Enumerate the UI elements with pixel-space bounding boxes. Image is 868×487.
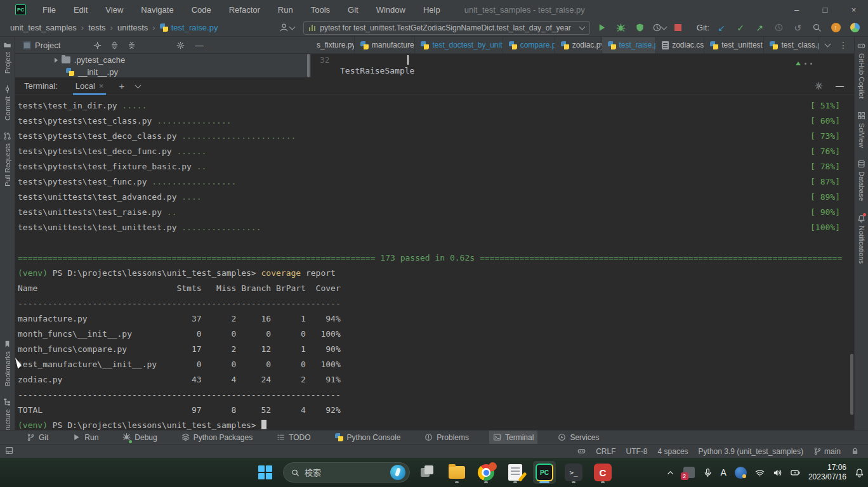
stripe-sciview[interactable]: SciView — [857, 112, 865, 148]
toolwindow-terminal[interactable]: Terminal — [489, 431, 537, 445]
tray-app-badge-icon[interactable]: 2 — [683, 467, 695, 478]
update-notification-button[interactable]: ↑ — [829, 21, 843, 35]
start-button[interactable] — [254, 461, 277, 484]
git-commit-button[interactable]: ✓ — [733, 21, 747, 35]
interpreter-indicator[interactable]: Python 3.9 (unit_test_samples) — [699, 447, 803, 456]
project-scrollbar[interactable] — [307, 54, 310, 77]
breadcrumb-current-file[interactable]: test_raise.py — [160, 23, 218, 32]
volume-icon[interactable] — [773, 468, 782, 477]
toolwindow-services[interactable]: Services — [554, 431, 603, 445]
tab-test-raise[interactable]: test_raise.py× — [602, 37, 657, 53]
menu-file[interactable]: File — [35, 3, 63, 16]
menu-run[interactable]: Run — [270, 3, 301, 16]
menu-navigate[interactable]: Navigate — [133, 3, 181, 16]
hide-panel-icon[interactable]: — — [836, 81, 844, 91]
chevron-down-icon[interactable] — [135, 82, 141, 88]
red-c-app-button[interactable]: C — [591, 461, 614, 484]
ime-mode-indicator[interactable]: A — [721, 467, 727, 477]
collapse-all-icon[interactable] — [128, 41, 136, 49]
git-update-button[interactable]: ↙ — [714, 21, 728, 35]
tab-fixture[interactable]: s_fixture.py× — [311, 37, 355, 53]
toolwindow-python-packages[interactable]: Python Packages — [178, 431, 256, 445]
tab-options-icon[interactable]: ⋮ — [839, 40, 848, 50]
stop-button[interactable] — [671, 21, 685, 35]
minimize-window-button[interactable]: – — [782, 0, 811, 19]
taskbar-clock[interactable]: 17:062023/07/16 — [808, 463, 846, 482]
close-icon[interactable]: × — [99, 81, 104, 91]
tree-item-pytest-cache[interactable]: .pytest_cache — [55, 55, 125, 65]
chevron-right-icon[interactable] — [55, 58, 58, 63]
notepad-button[interactable] — [504, 461, 527, 484]
stripe-notifications[interactable]: Notifications — [857, 214, 865, 264]
terminal-output[interactable]: tests\test_in_dir.py .....[ 51%] tests\p… — [15, 95, 854, 433]
stripe-bookmarks[interactable]: Bookmarks — [3, 340, 11, 386]
stripe-project[interactable]: Project — [3, 41, 11, 74]
menu-view[interactable]: View — [98, 3, 131, 16]
menu-help[interactable]: Help — [416, 3, 448, 16]
debug-button[interactable] — [614, 21, 628, 35]
terminal-app-button[interactable]: >_ — [562, 461, 585, 484]
chrome-button[interactable] — [475, 461, 497, 484]
tab-test-doctest[interactable]: test_doctest_by_unittest.py× — [415, 37, 503, 53]
tab-test-class[interactable]: test_class.py× — [764, 37, 819, 53]
menu-tools[interactable]: Tools — [303, 3, 338, 16]
breadcrumb-project[interactable]: unit_test_samples — [10, 23, 77, 32]
git-push-button[interactable]: ↗ — [753, 21, 766, 35]
encoding-indicator[interactable]: UTF-8 — [626, 447, 648, 456]
line-ending-indicator[interactable]: CRLF — [596, 447, 615, 456]
expand-all-icon[interactable] — [110, 41, 119, 49]
toolwindow-todo[interactable]: TODO — [273, 431, 314, 445]
profiler-button[interactable] — [652, 21, 666, 35]
toolwindow-git[interactable]: Git — [23, 431, 52, 445]
maximize-window-button[interactable]: □ — [811, 0, 839, 19]
search-input[interactable] — [305, 468, 381, 477]
locate-file-icon[interactable] — [93, 41, 102, 49]
plugin-button[interactable] — [848, 21, 862, 35]
layout-icon[interactable] — [0, 446, 13, 457]
toolwindow-python-console[interactable]: Python Console — [331, 431, 405, 445]
tab-zodiac-py[interactable]: zodiac.py× — [555, 37, 602, 53]
inspections-widget[interactable] — [796, 62, 812, 65]
gear-icon[interactable] — [815, 82, 823, 90]
microphone-icon[interactable] — [703, 468, 713, 477]
gear-icon[interactable] — [176, 41, 185, 49]
tray-app-icon[interactable] — [735, 467, 747, 479]
tab-manufacture[interactable]: manufacture.py× — [355, 37, 416, 53]
file-explorer-button[interactable] — [445, 461, 468, 484]
menu-refactor[interactable]: Refactor — [221, 3, 268, 16]
task-view-button[interactable] — [416, 461, 439, 484]
menu-git[interactable]: Git — [340, 3, 366, 16]
stripe-database[interactable]: Database — [857, 160, 865, 201]
git-branch-indicator[interactable]: main — [813, 447, 841, 456]
run-with-coverage-button[interactable] — [633, 21, 647, 35]
tab-zodiac-csv[interactable]: zodiac.csv× — [656, 37, 704, 53]
menu-code[interactable]: Code — [184, 3, 219, 16]
search-everywhere-button[interactable] — [810, 21, 824, 35]
menu-edit[interactable]: Edit — [66, 3, 95, 16]
pycharm-logo-icon[interactable]: PC — [15, 4, 26, 15]
git-history-button[interactable] — [772, 21, 786, 35]
project-panel-title[interactable]: Project — [35, 41, 60, 50]
hidden-tabs-chevron-icon[interactable] — [825, 41, 831, 48]
wifi-icon[interactable] — [755, 468, 765, 477]
indent-indicator[interactable]: 4 spaces — [658, 447, 688, 456]
new-terminal-icon[interactable]: + — [119, 81, 124, 91]
stripe-github-copilot[interactable]: GitHub Copilot — [857, 42, 865, 99]
battery-icon[interactable] — [791, 468, 800, 477]
user-dropdown[interactable] — [279, 23, 294, 32]
hide-panel-icon[interactable]: — — [195, 41, 203, 50]
run-button[interactable] — [595, 21, 609, 35]
notification-bell-icon[interactable] — [855, 468, 864, 477]
toolwindow-problems[interactable]: Problems — [421, 431, 473, 445]
stripe-commit[interactable]: Commit — [3, 85, 11, 120]
toolwindow-debug[interactable]: Debug — [119, 431, 161, 445]
taskbar-search[interactable] — [283, 462, 410, 483]
close-window-button[interactable]: × — [839, 0, 868, 19]
menu-window[interactable]: Window — [369, 3, 413, 16]
pycharm-taskbar-button[interactable]: PC — [533, 461, 556, 484]
stripe-pull-requests[interactable]: Pull Requests — [3, 132, 11, 186]
tray-chevron-up-icon[interactable] — [666, 468, 675, 477]
tab-compare[interactable]: compare.py× — [503, 37, 555, 53]
git-rollback-button[interactable]: ↺ — [791, 21, 805, 35]
breadcrumb-tests[interactable]: tests — [88, 23, 105, 32]
